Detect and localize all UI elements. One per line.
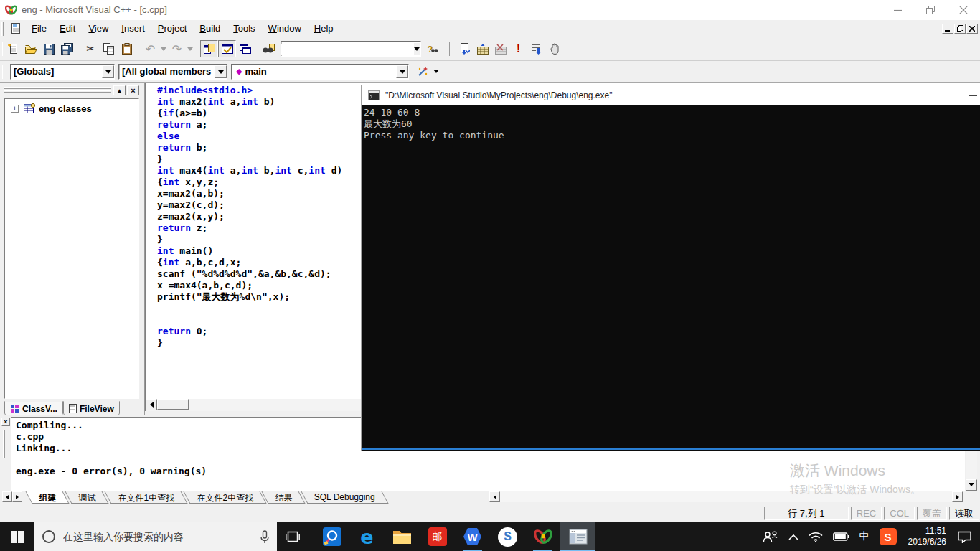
- output-tabs: 组建调试在文件1中查找在文件2中查找结果SQL Debugging: [27, 491, 385, 504]
- menu-window[interactable]: Window: [262, 21, 308, 36]
- undo-dropdown[interactable]: [159, 40, 168, 57]
- find-combo-dropdown[interactable]: [413, 42, 420, 55]
- wizard-dropdown[interactable]: [431, 63, 440, 80]
- console-window[interactable]: "D:\Microsoft Visual Studio\MyProjects\e…: [361, 85, 980, 451]
- microphone-icon[interactable]: [260, 530, 270, 544]
- output-tab-1[interactable]: 组建: [25, 491, 69, 504]
- action-center-icon[interactable]: [953, 522, 980, 551]
- redo-dropdown[interactable]: [186, 40, 194, 57]
- search-help-button[interactable]: ?: [424, 40, 442, 57]
- build-button[interactable]: [473, 40, 491, 57]
- menu-view[interactable]: View: [82, 21, 115, 36]
- minimize-button[interactable]: [881, 0, 914, 20]
- find-combo-input[interactable]: [281, 44, 413, 55]
- cut-button[interactable]: ✂: [82, 40, 100, 57]
- panel-close-button[interactable]: ×: [127, 85, 139, 95]
- breakpoint-hand-button[interactable]: [545, 40, 563, 57]
- menu-build[interactable]: Build: [193, 21, 227, 36]
- scroll-thumb[interactable]: [157, 399, 189, 410]
- taskbar-search-input[interactable]: [63, 531, 253, 542]
- taskbar-app-photos-search[interactable]: [314, 522, 349, 551]
- menu-edit[interactable]: Edit: [53, 21, 82, 36]
- taskbar-app-console-active[interactable]: [560, 522, 595, 551]
- taskbar-app-file-explorer[interactable]: [385, 522, 420, 551]
- menu-tools[interactable]: Tools: [227, 21, 261, 36]
- execute-program-button[interactable]: !: [509, 40, 527, 57]
- output-tab-5[interactable]: 结果: [262, 491, 306, 504]
- build-toolbar-grip[interactable]: [448, 42, 450, 56]
- taskbar-app-wps[interactable]: W: [455, 522, 490, 551]
- console-titlebar[interactable]: "D:\Microsoft Visual Studio\MyProjects\e…: [362, 85, 980, 105]
- redo-button[interactable]: ↷: [168, 40, 186, 57]
- restore-button[interactable]: [914, 0, 947, 20]
- workspace-toggle-button[interactable]: [200, 40, 218, 57]
- taskbar-app-mail[interactable]: 邮: [420, 522, 455, 551]
- panel-grip[interactable]: [4, 87, 111, 89]
- document-icon[interactable]: [11, 23, 21, 34]
- menu-help[interactable]: Help: [308, 21, 340, 36]
- find-in-files-button[interactable]: [260, 40, 278, 57]
- go-button[interactable]: [527, 40, 545, 57]
- menu-file[interactable]: File: [25, 21, 53, 36]
- tree-root-label[interactable]: eng classes: [39, 103, 92, 114]
- compile-button[interactable]: [456, 40, 473, 57]
- output-close-button[interactable]: ×: [1, 418, 10, 426]
- taskbar-clock[interactable]: 11:51 2019/6/26: [902, 526, 953, 547]
- paste-button[interactable]: [118, 40, 136, 57]
- taskbar-app-sogou-browser[interactable]: S: [490, 522, 525, 551]
- save-button[interactable]: [40, 40, 58, 57]
- class-combo-dropdown[interactable]: [102, 65, 114, 78]
- output-toggle-button[interactable]: [218, 40, 236, 57]
- output-tab-6[interactable]: SQL Debugging: [301, 491, 389, 504]
- save-all-button[interactable]: [58, 40, 76, 57]
- mdi-restore-button[interactable]: [954, 24, 966, 34]
- tree-expand-icon[interactable]: +: [11, 105, 19, 113]
- mdi-close-button[interactable]: [966, 24, 978, 34]
- tabs-hscroll-left[interactable]: [489, 491, 500, 502]
- stop-build-button[interactable]: [491, 40, 509, 57]
- console-minimize-button[interactable]: [969, 95, 977, 96]
- mdi-minimize-button[interactable]: [942, 24, 953, 34]
- task-view-icon: [286, 531, 300, 543]
- menubar-grip[interactable]: [1, 22, 4, 36]
- function-combo-dropdown[interactable]: [396, 65, 408, 78]
- start-button[interactable]: [0, 522, 34, 551]
- close-button[interactable]: [947, 0, 980, 20]
- tray-expand-chevron-icon[interactable]: [783, 522, 804, 551]
- members-combo-dropdown[interactable]: [215, 65, 227, 78]
- menu-project[interactable]: Project: [151, 21, 193, 36]
- output-scroll-down-button[interactable]: [966, 479, 977, 491]
- wizard-action-button[interactable]: [413, 63, 431, 80]
- taskbar-app-visual-cpp[interactable]: [525, 522, 560, 551]
- taskbar-app-edge[interactable]: e: [349, 522, 385, 551]
- panel-grip2[interactable]: [4, 90, 111, 93]
- output-tab-4[interactable]: 在文件2中查找: [183, 491, 266, 504]
- copy-button[interactable]: [100, 40, 118, 57]
- menu-insert[interactable]: Insert: [115, 21, 151, 36]
- people-icon[interactable]: [758, 522, 783, 551]
- tree-item-eng-classes[interactable]: + eng classes: [5, 99, 138, 114]
- new-file-button[interactable]: [4, 40, 22, 57]
- scroll-left-button[interactable]: [146, 399, 157, 410]
- undo-button[interactable]: ↶: [141, 40, 159, 57]
- taskbar-search-box[interactable]: [34, 522, 277, 551]
- wizardbar-grip[interactable]: [2, 65, 4, 79]
- tabs-hscroll-right[interactable]: [952, 491, 963, 502]
- panel-pin-button[interactable]: ▲: [113, 85, 126, 95]
- output-tab-2[interactable]: 调试: [65, 491, 108, 504]
- tab-fileview[interactable]: FileView: [63, 401, 120, 416]
- tabs-scroll-left[interactable]: [2, 491, 12, 502]
- tabs-scroll-right[interactable]: [12, 491, 22, 502]
- battery-icon[interactable]: [828, 522, 854, 551]
- console-output[interactable]: 24 10 60 8最大数为60Press any key to continu…: [362, 105, 980, 448]
- task-view-button[interactable]: [277, 522, 308, 551]
- open-file-button[interactable]: [22, 40, 40, 57]
- tab-classview[interactable]: ClassV...: [4, 401, 63, 416]
- input-method-indicator[interactable]: 中: [854, 522, 875, 551]
- output-tab-3[interactable]: 在文件1中查找: [104, 491, 187, 504]
- clock-date: 2019/6/26: [908, 537, 946, 547]
- wifi-icon[interactable]: [804, 522, 828, 551]
- output-grip[interactable]: [3, 430, 5, 458]
- sogou-ime-icon[interactable]: S: [875, 522, 902, 551]
- window-list-button[interactable]: [236, 40, 254, 57]
